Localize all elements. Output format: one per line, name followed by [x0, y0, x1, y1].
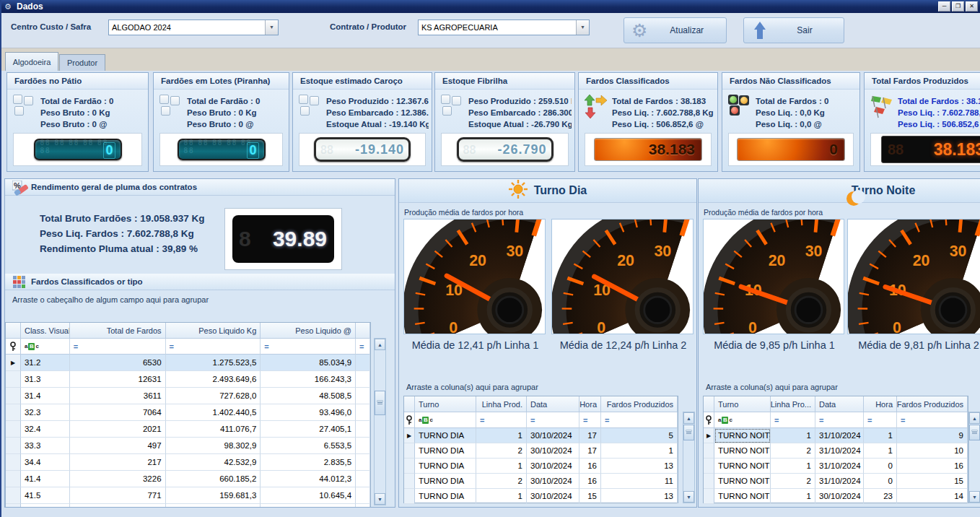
filter-key-icon[interactable]: [704, 412, 714, 428]
scroll-up-icon[interactable]: ▲: [683, 412, 694, 424]
table-cell[interactable]: 2: [476, 474, 527, 489]
table-cell[interactable]: 2.493.649,6: [166, 371, 261, 388]
column-header[interactable]: Turno: [415, 396, 476, 412]
table-row[interactable]: ▶TURNO NOITE131/10/202419: [704, 428, 968, 443]
table-cell[interactable]: 44.012,3: [261, 471, 356, 487]
table-cell[interactable]: 32.4: [21, 421, 70, 438]
table-cell[interactable]: 31/10/2024: [815, 443, 864, 459]
table-cell[interactable]: TURNO DIA: [415, 428, 476, 443]
column-header[interactable]: Fardos Produzidos: [897, 396, 968, 412]
table-cell[interactable]: 10.645,4: [261, 487, 356, 504]
filter-key-icon[interactable]: [6, 339, 21, 355]
table-cell[interactable]: 6.553,5: [261, 438, 356, 454]
scroll-down-icon[interactable]: ▼: [683, 491, 694, 503]
table-cell[interactable]: [356, 454, 370, 471]
scrollbar-thumb[interactable]: [969, 425, 980, 440]
table-cell[interactable]: TURNO NOITE: [714, 489, 771, 504]
minimize-button[interactable]: ─: [938, 1, 950, 12]
filter-cell[interactable]: =: [864, 412, 897, 428]
table-cell[interactable]: 31.3: [21, 371, 70, 388]
table-cell[interactable]: 3226: [70, 471, 166, 487]
filter-cell[interactable]: =: [70, 339, 166, 355]
filter-cell[interactable]: =: [527, 412, 579, 428]
table-cell[interactable]: 166.243,3: [261, 371, 356, 388]
column-header[interactable]: Turno: [714, 396, 771, 412]
table-cell[interactable]: 660.185,2: [166, 471, 261, 487]
table-cell[interactable]: 31.4: [21, 388, 70, 404]
table-cell[interactable]: 30/10/2024: [527, 489, 579, 504]
column-header[interactable]: Data: [815, 396, 864, 412]
groupby-area[interactable]: Arraste a coluna(s) aqui para agrupar: [699, 378, 980, 396]
table-cell[interactable]: TURNO DIA: [415, 474, 476, 489]
table-cell[interactable]: 31/10/2024: [815, 474, 864, 489]
table-cell[interactable]: 11: [601, 474, 678, 489]
table-cell[interactable]: [356, 371, 370, 388]
column-header[interactable]: Class. Visual: [21, 323, 70, 339]
table-cell[interactable]: 12631: [70, 371, 166, 388]
table-cell[interactable]: 16: [579, 474, 601, 489]
turno-noite-scrollbar[interactable]: ▲▼: [968, 412, 980, 503]
table-cell[interactable]: 14: [897, 489, 968, 504]
table-cell[interactable]: 1: [864, 443, 897, 459]
table-cell[interactable]: [356, 355, 370, 371]
classificados-scrollbar[interactable]: ▲ ▼: [374, 338, 386, 505]
table-cell[interactable]: 0: [864, 474, 897, 489]
groupby-area[interactable]: Arraste a coluna(s) aqui para agrupar: [399, 378, 696, 396]
table-cell[interactable]: 31/10/2024: [815, 428, 864, 443]
table-cell[interactable]: 1: [864, 428, 897, 443]
table-cell[interactable]: 1: [601, 443, 678, 459]
table-cell[interactable]: 159.681,3: [166, 487, 261, 504]
contrato-produtor-combobox[interactable]: KS AGROPECUARIA ▼: [418, 19, 590, 35]
table-cell[interactable]: 41.4: [21, 471, 70, 487]
column-header[interactable]: Hora: [864, 396, 897, 412]
filter-cell[interactable]: =: [476, 412, 527, 428]
table-cell[interactable]: 17: [579, 428, 601, 443]
table-cell[interactable]: 1: [476, 459, 527, 474]
restore-button[interactable]: ❐: [952, 1, 964, 12]
filter-cell[interactable]: =: [897, 412, 968, 428]
table-cell[interactable]: [356, 421, 370, 438]
table-cell[interactable]: 10: [897, 443, 968, 459]
close-button[interactable]: ✕: [966, 1, 978, 12]
table-row[interactable]: TURNO NOITE131/10/2024016: [704, 459, 968, 474]
table-cell[interactable]: 1326: [70, 504, 166, 508]
column-header[interactable]: Linha Pro...: [771, 396, 815, 412]
table-cell[interactable]: 1: [771, 428, 815, 443]
table-cell[interactable]: 33.3: [21, 438, 70, 454]
table-cell[interactable]: 30/10/2024: [527, 459, 579, 474]
filter-cell[interactable]: =: [166, 339, 261, 355]
table-cell[interactable]: 41.5: [21, 487, 70, 504]
filter-cell[interactable]: =: [601, 412, 678, 428]
table-cell[interactable]: 217: [70, 454, 166, 471]
filter-cell[interactable]: =: [579, 412, 601, 428]
table-row[interactable]: ▶TURNO DIA130/10/2024175: [404, 428, 678, 443]
table-row[interactable]: 42.41326247.626,516.508,4: [6, 504, 370, 508]
table-cell[interactable]: TURNO NOITE: [714, 443, 771, 459]
sair-button[interactable]: Sair: [743, 17, 844, 43]
table-row[interactable]: 33.349798.302,96.553,5: [6, 438, 370, 454]
filter-key-icon[interactable]: [404, 412, 415, 428]
classificados-groupby-area[interactable]: Arraste o cabeçalho de algum campo aqui …: [5, 291, 395, 322]
table-cell[interactable]: [356, 388, 370, 404]
table-cell[interactable]: 31.2: [21, 355, 70, 371]
table-cell[interactable]: 0: [864, 459, 897, 474]
table-cell[interactable]: 411.076,7: [166, 421, 261, 438]
table-cell[interactable]: 727.628,0: [166, 388, 261, 404]
table-cell[interactable]: 30/10/2024: [527, 443, 579, 459]
chevron-down-icon[interactable]: ▼: [576, 20, 589, 35]
table-cell[interactable]: 30/10/2024: [527, 474, 579, 489]
table-cell[interactable]: 48.508,5: [261, 388, 356, 404]
column-header[interactable]: Total de Fardos: [70, 323, 166, 339]
table-cell[interactable]: 1: [476, 489, 527, 504]
table-cell[interactable]: TURNO DIA: [415, 443, 476, 459]
table-cell[interactable]: 30/10/2024: [527, 428, 579, 443]
table-cell[interactable]: [356, 504, 370, 508]
table-row[interactable]: TURNO DIA230/10/20241611: [404, 474, 678, 489]
table-cell[interactable]: [356, 471, 370, 487]
filter-cell[interactable]: aBc: [714, 412, 771, 428]
table-cell[interactable]: 17: [579, 443, 601, 459]
filter-cell[interactable]: aBc: [415, 412, 476, 428]
column-header[interactable]: Hora: [579, 396, 601, 412]
table-cell[interactable]: 2: [476, 443, 527, 459]
table-row[interactable]: 32.370641.402.440,593.496,0: [6, 404, 370, 421]
